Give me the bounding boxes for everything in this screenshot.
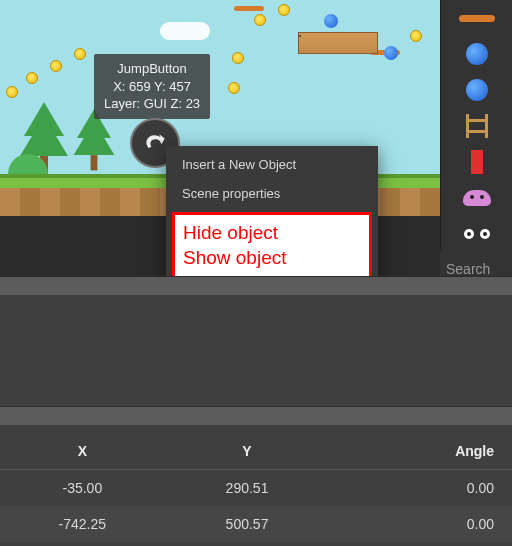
- obj-blob-enemy[interactable]: [449, 184, 505, 212]
- obj-platform-bar[interactable]: [449, 4, 505, 32]
- cell-y[interactable]: 290.51: [165, 480, 330, 496]
- obj-red-block[interactable]: [449, 148, 505, 176]
- coin[interactable]: [254, 14, 266, 26]
- search-input[interactable]: [446, 261, 506, 277]
- obj-eyes[interactable]: [449, 220, 505, 248]
- tree: [74, 130, 115, 171]
- panel-header-bar[interactable]: [0, 407, 512, 425]
- ctx-insert-object[interactable]: Insert a New Object: [166, 150, 378, 179]
- cell-angle[interactable]: 0.00: [329, 480, 512, 496]
- obj-blue-ball[interactable]: [449, 76, 505, 104]
- coin[interactable]: [228, 82, 240, 94]
- col-angle[interactable]: Angle: [329, 443, 512, 459]
- coin[interactable]: [50, 60, 62, 72]
- table-row[interactable]: -35.00 290.51 0.00: [0, 470, 512, 506]
- cloud: [160, 22, 210, 40]
- col-y[interactable]: Y: [165, 443, 330, 459]
- table-row[interactable]: -742.25 500.57 0.00: [0, 506, 512, 542]
- timeline-panel[interactable]: [0, 276, 512, 406]
- coin[interactable]: [232, 52, 244, 64]
- blue-ball[interactable]: [384, 46, 398, 60]
- object-panel: [440, 0, 512, 290]
- ctx-show-object[interactable]: Show object: [183, 246, 361, 271]
- tooltip-coords: X: 659 Y: 457: [104, 78, 200, 96]
- table-header: X Y Angle: [0, 425, 512, 470]
- coin[interactable]: [278, 4, 290, 16]
- obj-ladder[interactable]: [449, 112, 505, 140]
- cell-y[interactable]: 500.57: [165, 516, 330, 532]
- blue-ball[interactable]: [324, 14, 338, 28]
- coin[interactable]: [410, 30, 422, 42]
- cell-x[interactable]: -35.00: [0, 480, 165, 496]
- cell-angle[interactable]: 0.00: [329, 516, 512, 532]
- ctx-scene-properties[interactable]: Scene properties: [166, 179, 378, 208]
- small-platform[interactable]: [234, 6, 264, 11]
- coin[interactable]: [6, 86, 18, 98]
- coin[interactable]: [74, 48, 86, 60]
- col-x[interactable]: X: [0, 443, 165, 459]
- ctx-label: Insert a New Object: [182, 157, 296, 172]
- panel-header-bar[interactable]: [0, 277, 512, 295]
- object-tooltip: JumpButton X: 659 Y: 457 Layer: GUI Z: 2…: [94, 54, 210, 119]
- coin[interactable]: [26, 72, 38, 84]
- ctx-label: Scene properties: [182, 186, 280, 201]
- tooltip-name: JumpButton: [104, 60, 200, 78]
- obj-blue-ball[interactable]: [449, 40, 505, 68]
- tooltip-layer: Layer: GUI Z: 23: [104, 95, 200, 113]
- block-platform[interactable]: [298, 32, 378, 54]
- ctx-highlight-box: Hide object Show object: [172, 212, 372, 279]
- cell-x[interactable]: -742.25: [0, 516, 165, 532]
- ctx-hide-object[interactable]: Hide object: [183, 221, 361, 246]
- properties-panel: X Y Angle -35.00 290.51 0.00 -742.25 500…: [0, 406, 512, 546]
- arrow-up-icon: [142, 130, 168, 156]
